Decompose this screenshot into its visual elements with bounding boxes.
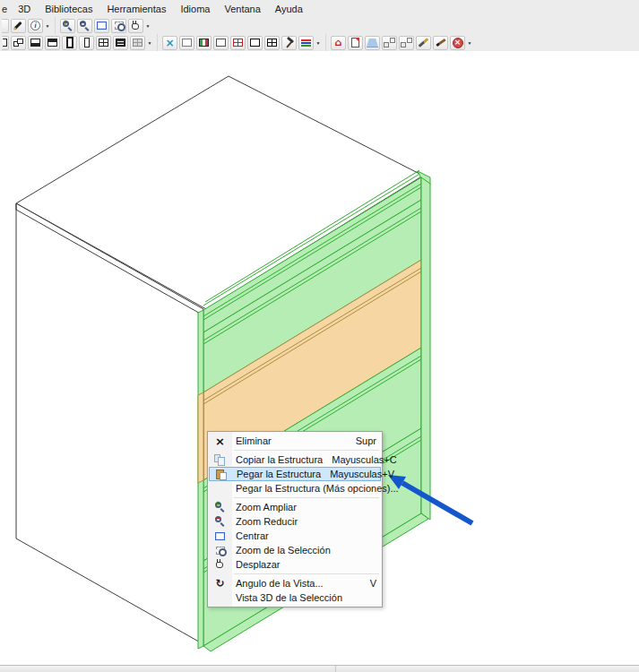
- context-item-vista-3d-seleccion[interactable]: Vista 3D de la Selección: [208, 590, 382, 605]
- context-item-zoom-ampliar[interactable]: + Zoom Ampliar: [208, 500, 382, 514]
- magenta-rect-button[interactable]: [179, 36, 194, 50]
- context-item-label: Zoom de la Selección: [232, 545, 376, 556]
- panel-bottom-icon: [30, 39, 40, 47]
- context-item-label: Pegar la Estructura (Más opciones)...: [232, 483, 399, 494]
- context-item-zoom-seleccion[interactable]: Zoom de la Selección: [208, 543, 382, 557]
- status-cell-right: [336, 666, 639, 672]
- panel-tall-button[interactable]: [62, 36, 77, 50]
- panel-cascade-button[interactable]: [11, 36, 26, 50]
- toolbar-dropdown-icon[interactable]: ▼: [146, 36, 153, 50]
- context-item-pegar-mas-opciones[interactable]: Pegar la Estructura (Más opciones)...: [208, 481, 382, 495]
- toolbar-dropdown-icon[interactable]: ▼: [144, 19, 151, 33]
- menu-separator: [234, 573, 379, 574]
- context-item-angulo-vista[interactable]: ↻ Angulo de la Vista... V: [208, 576, 382, 590]
- panel-grid-button[interactable]: [96, 36, 111, 50]
- context-item-copiar-estructura[interactable]: Copiar la Estructura Mayusculas+C: [208, 452, 382, 467]
- menu-item-idioma[interactable]: Idioma: [173, 1, 217, 17]
- black-rect-button[interactable]: [247, 36, 263, 50]
- green-red-rect-button[interactable]: [196, 36, 212, 50]
- group-b-button[interactable]: [399, 36, 414, 50]
- delete-red-button[interactable]: ×: [450, 36, 465, 50]
- zoom-selection-icon: [115, 22, 124, 30]
- blue-trapezoid-button[interactable]: [365, 36, 380, 50]
- black-grid-rect-button[interactable]: [264, 36, 280, 50]
- plus-sign: +: [63, 20, 69, 27]
- menu-item-ayuda[interactable]: Ayuda: [268, 1, 310, 17]
- panel-dark-button[interactable]: [113, 36, 128, 50]
- toolbar-row-edit-view: i ▼ + − ▼: [0, 17, 639, 34]
- status-bar: [0, 665, 639, 672]
- panel-dim-icon: [133, 39, 142, 47]
- context-item-label: Pegar la Estructura: [233, 469, 321, 479]
- context-item-eliminar[interactable]: × Eliminar Supr: [208, 434, 382, 448]
- red-rect-button[interactable]: [213, 36, 229, 50]
- context-item-zoom-reducir[interactable]: − Zoom Reducir: [208, 514, 382, 529]
- pan-hand-icon: [131, 21, 141, 31]
- material-lines-button[interactable]: [298, 36, 314, 50]
- menu-item-3d[interactable]: 3D: [11, 1, 38, 17]
- page-fold-button[interactable]: [348, 36, 363, 50]
- edit-pen-button[interactable]: [11, 19, 26, 33]
- copy-icon: [214, 454, 226, 466]
- minus-sign: −: [80, 20, 86, 27]
- toolbar-dropdown-icon[interactable]: ▼: [44, 19, 51, 33]
- center-view-icon: [97, 22, 107, 30]
- red-grid-rect-icon: [233, 39, 243, 47]
- panel-top-button[interactable]: [45, 36, 60, 50]
- panel-clipped-icon: [3, 39, 7, 47]
- panel-grid-icon: [99, 39, 108, 47]
- zoom-out-button[interactable]: −: [77, 19, 92, 33]
- zoom-in-icon: +: [214, 501, 227, 513]
- hammer-button[interactable]: [281, 36, 297, 50]
- green-red-rect-icon: [199, 39, 209, 47]
- menu-item-ventana[interactable]: Ventana: [217, 1, 267, 17]
- pan-button[interactable]: [128, 19, 143, 33]
- toolbar-group-edit: i ▼: [0, 17, 53, 34]
- black-grid-rect-icon: [267, 39, 277, 47]
- panel-dark-icon: [116, 39, 125, 47]
- context-item-label: Desplazar: [232, 559, 376, 570]
- red-grid-rect-button[interactable]: [230, 36, 246, 50]
- toolbar-group-structure: × ▼: [157, 34, 324, 51]
- panel-tall-icon: [66, 37, 73, 48]
- info-button[interactable]: i: [28, 19, 43, 33]
- paste-icon: [216, 469, 228, 480]
- panel-narrow-button[interactable]: [79, 36, 94, 50]
- context-item-desplazar[interactable]: Desplazar: [208, 557, 382, 572]
- context-menu: × Eliminar Supr Copiar la Estructura May…: [207, 431, 383, 607]
- clipped-toolbar-button[interactable]: [2, 19, 9, 33]
- status-cell-left: [0, 666, 336, 672]
- menu-item-bibliotecas[interactable]: Bibliotecas: [38, 1, 99, 17]
- context-item-label: Copiar la Estructura: [232, 454, 323, 465]
- context-item-label: Angulo de la Vista...: [232, 578, 361, 589]
- zoom-selection-icon: [216, 547, 225, 555]
- house-outline-button[interactable]: ⌂: [331, 36, 346, 50]
- zoom-out-icon: −: [79, 20, 91, 32]
- group-b-icon: [401, 38, 412, 47]
- zoom-out-icon: −: [214, 515, 227, 528]
- hammer-icon: [284, 38, 295, 48]
- context-item-pegar-estructura[interactable]: Pegar la Estructura Mayusculas+V: [209, 467, 381, 481]
- panel-dim-button[interactable]: [130, 36, 145, 50]
- screwdriver-button[interactable]: [416, 36, 431, 50]
- brush-icon: [435, 37, 446, 48]
- toolbar-dropdown-icon[interactable]: ▼: [466, 36, 473, 50]
- menu-item-herramientas[interactable]: Herramientas: [99, 1, 173, 17]
- brush-button[interactable]: [433, 36, 448, 50]
- zoom-in-icon: +: [62, 20, 74, 32]
- zoom-selection-button[interactable]: [111, 19, 126, 33]
- context-item-centrar[interactable]: Centrar: [208, 529, 382, 543]
- center-view-button[interactable]: [94, 19, 109, 33]
- context-item-label: Zoom Reducir: [232, 516, 376, 527]
- menu-separator: [234, 450, 379, 451]
- panel-bottom-button[interactable]: [28, 36, 43, 50]
- zoom-in-button[interactable]: +: [60, 19, 75, 33]
- toolbar-dropdown-icon[interactable]: ▼: [315, 36, 322, 50]
- info-icon: i: [30, 21, 40, 30]
- context-item-label: Vista 3D de la Selección: [232, 592, 376, 603]
- magenta-rect-icon: [182, 39, 192, 47]
- panel-clipped-button[interactable]: [2, 36, 9, 50]
- group-a-button[interactable]: [382, 36, 397, 50]
- cross-tools-button[interactable]: ×: [162, 36, 177, 50]
- menu-item-clipped[interactable]: e: [1, 1, 11, 17]
